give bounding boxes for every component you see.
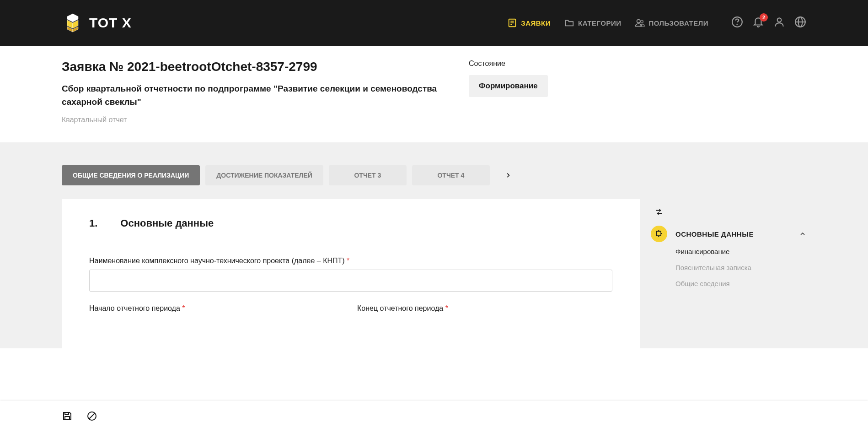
logo-text: TOT X [89,15,132,31]
nav-categories[interactable]: КАТЕГОРИИ [564,18,621,28]
tab-indicators[interactable]: ДОСТИЖЕНИЕ ПОКАЗАТЕЛЕЙ [205,165,323,185]
side-navigation: ОСНОВНЫЕ ДАННЫЕ Финансирование Пояснител… [651,199,806,348]
title-section: Заявка № 2021-beetrootOtchet-8357-2799 С… [0,46,868,142]
side-nav-main-data[interactable]: ОСНОВНЫЕ ДАННЫЕ [651,226,806,242]
status-label: Состояние [469,60,597,68]
tabs-next-button[interactable] [499,166,517,184]
field-project-name-label: Наименование комплексного научно-техниче… [89,257,612,265]
svg-point-4 [637,20,640,23]
notifications-button[interactable]: 2 [752,16,764,30]
form-panel: 1. Основные данные Наименование комплекс… [62,199,640,348]
main-nav: ЗАЯВКИ КАТЕГОРИИ ПОЛЬЗОВАТЕЛИ 2 [507,16,806,30]
users-icon [635,18,645,28]
nav-users[interactable]: ПОЛЬЗОВАТЕЛИ [635,18,708,28]
help-button[interactable] [731,16,743,30]
globe-icon [794,16,806,28]
field-period-end-label: Конец отчетного периода * [357,304,612,313]
logo[interactable]: TOT X [62,12,132,34]
page-title: Заявка № 2021-beetrootOtchet-8357-2799 [62,60,450,74]
side-nav-financing[interactable]: Финансирование [675,248,806,255]
tabs-container: ОБЩИЕ СВЕДЕНИЯ О РЕАЛИЗАЦИИ ДОСТИЖЕНИЕ П… [0,142,868,185]
app-header: TOT X ЗАЯВКИ КАТЕГОРИИ ПОЛЬЗОВАТЕЛИ 2 [0,0,868,46]
list-icon [507,18,517,28]
svg-point-7 [737,24,737,25]
svg-point-8 [777,18,782,22]
status-chip: Формирование [469,75,548,97]
person-icon [773,16,785,28]
puzzle-icon [654,229,664,238]
field-period-start-label: Начало отчетного периода * [89,304,344,313]
content-area: 1. Основные данные Наименование комплекс… [0,185,868,348]
notification-badge: 2 [760,13,768,22]
nav-applications[interactable]: ЗАЯВКИ [507,18,551,28]
side-nav-general-info[interactable]: Общие сведения [675,280,806,287]
section-title: Основные данные [120,217,214,229]
page-subtitle: Сбор квартальной отчетности по подпрогра… [62,82,450,108]
logo-icon [62,12,84,34]
field-project-name-input[interactable] [89,270,612,292]
tab-report-4[interactable]: ОТЧЕТ 4 [412,165,490,185]
page-meta: Квартальный отчет [62,116,450,124]
chevron-right-icon [505,172,511,179]
section-number: 1. [89,217,97,229]
tab-report-3[interactable]: ОТЧЕТ 3 [329,165,407,185]
side-nav-toggle-row[interactable] [651,204,806,220]
folder-icon [564,18,574,28]
language-button[interactable] [794,16,806,30]
help-icon [731,16,743,28]
side-nav-explanatory[interactable]: Пояснительная записка [675,264,806,271]
tab-general-info[interactable]: ОБЩИЕ СВЕДЕНИЯ О РЕАЛИЗАЦИИ [62,165,200,185]
svg-point-5 [641,21,643,23]
swap-icon [654,207,664,216]
profile-button[interactable] [773,16,785,30]
chevron-up-icon [799,230,806,238]
